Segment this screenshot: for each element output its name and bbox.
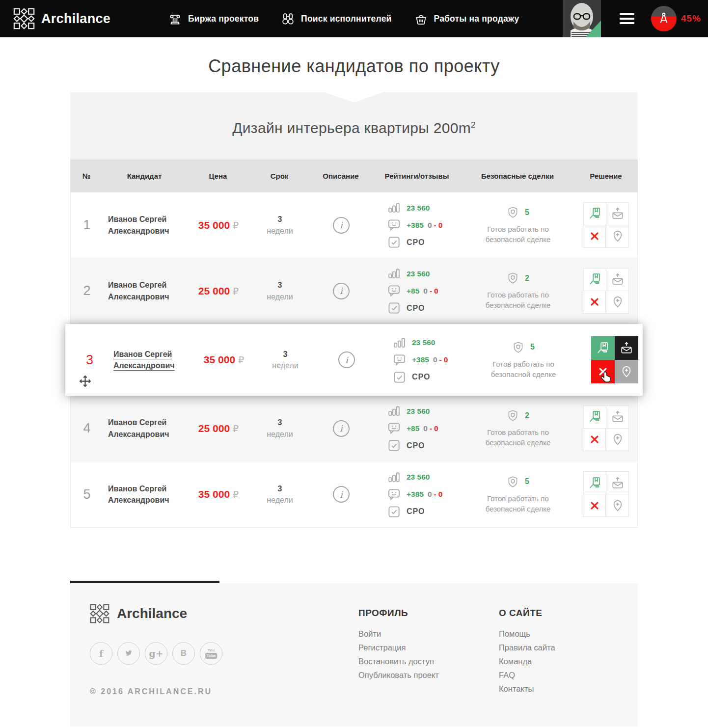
votes-positive: +85 <box>407 287 419 295</box>
add-location-button[interactable] <box>606 225 629 248</box>
reject-button[interactable] <box>583 494 606 517</box>
send-message-button[interactable] <box>606 268 629 291</box>
candidate-name-link[interactable]: Иванов Сергей Александрович <box>113 349 192 371</box>
votes-negative: 0 <box>444 355 448 364</box>
column-icon <box>168 12 182 26</box>
top-navbar: Archilance Биржа проектов Поиск исполнит… <box>0 0 708 37</box>
ratings-cell: 23 560 +3850-0 СРО <box>373 471 462 518</box>
link-site-rules[interactable]: Правила сайта <box>499 643 555 652</box>
reject-button[interactable] <box>583 291 606 314</box>
brand[interactable]: Archilance <box>13 8 110 29</box>
archilance-logo-icon <box>90 604 109 623</box>
header-candidate: Кандидат <box>103 172 186 180</box>
reject-button[interactable] <box>591 360 615 383</box>
checkbox-icon <box>387 236 401 249</box>
hire-button[interactable] <box>583 471 606 494</box>
candidate-name-link[interactable]: Иванов Сергей Александрович <box>108 417 187 439</box>
description-info-button[interactable]: i <box>333 283 350 299</box>
add-location-button[interactable] <box>606 428 629 451</box>
envelope-up-icon <box>611 410 624 423</box>
link-team[interactable]: Команда <box>499 657 532 666</box>
header-term: Срок <box>250 172 309 180</box>
add-location-button[interactable] <box>606 494 629 517</box>
table-row[interactable]: 5 Иванов Сергей Александрович 35 000₽ 3н… <box>71 461 637 527</box>
move-handle-icon[interactable] <box>79 375 92 388</box>
info-icon: i <box>345 355 348 365</box>
shield-icon <box>507 271 519 285</box>
safe-deals-cell: 5 Готов работать по безопасной сделке <box>462 475 574 514</box>
description-info-button[interactable]: i <box>338 351 355 368</box>
link-restore-access[interactable]: Востановить доступ <box>358 657 434 666</box>
cert-label: СРО <box>407 238 425 247</box>
hire-button[interactable] <box>583 268 606 291</box>
table-row-active[interactable]: 3 Иванов Сергей Александрович 35 000₽ 3н… <box>65 324 643 396</box>
ratings-cell: 23 560 +850-0 СРО <box>373 267 462 315</box>
profile-progress[interactable]: 45% <box>651 6 701 31</box>
table-row[interactable]: 4 Иванов Сергей Александрович 25 000₽ 3н… <box>71 396 637 461</box>
deals-note: Готов работать по безопасной сделке <box>476 290 560 310</box>
link-publish-project[interactable]: Опубликовать проект <box>358 671 439 679</box>
list-item: Команда <box>499 657 638 666</box>
table-row[interactable]: 1 Иванов Сергей Александрович 35 000₽ 3н… <box>71 192 637 258</box>
hamburger-menu-icon[interactable] <box>620 13 634 24</box>
bar-chart-icon <box>387 404 401 418</box>
candidate-name-link[interactable]: Иванов Сергей Александрович <box>108 214 187 236</box>
envelope-up-icon <box>611 273 624 286</box>
about-column-title: О САЙТЕ <box>499 604 638 619</box>
user-avatar[interactable] <box>563 0 601 37</box>
currency-symbol: ₽ <box>233 220 239 231</box>
send-message-button[interactable] <box>606 202 629 225</box>
youtube-button[interactable]: YouTube <box>200 642 222 665</box>
footer-brand[interactable]: Archilance <box>90 604 358 623</box>
link-help[interactable]: Помощь <box>499 629 530 638</box>
row-number: 1 <box>71 217 103 233</box>
bar-chart-icon <box>387 267 401 280</box>
table-row[interactable]: 2 Иванов Сергей Александрович 25 000₽ 3н… <box>71 258 637 324</box>
google-plus-button[interactable]: g+ <box>145 642 167 665</box>
add-location-button[interactable] <box>615 360 638 383</box>
link-login[interactable]: Войти <box>358 629 381 638</box>
compass-progress-icon <box>651 6 677 31</box>
description-info-button[interactable]: i <box>333 217 350 234</box>
google-plus-icon: g+ <box>149 648 163 659</box>
safe-deals-cell: 2 Готов работать по безопасной сделке <box>462 409 574 448</box>
votes-neutral: 0 <box>423 424 428 432</box>
link-register[interactable]: Регистрация <box>358 643 406 652</box>
views-count: 23 560 <box>407 204 430 213</box>
hire-button[interactable] <box>583 405 606 429</box>
vk-button[interactable]: B <box>172 642 195 665</box>
description-info-button[interactable]: i <box>333 486 350 503</box>
candidate-name-link[interactable]: Иванов Сергей Александрович <box>108 483 187 506</box>
ratings-cell: 23 560 +850-0 СРО <box>373 404 462 452</box>
link-faq[interactable]: FAQ <box>499 671 515 679</box>
reject-button[interactable] <box>583 225 606 248</box>
envelope-up-icon <box>611 207 624 220</box>
hire-button[interactable] <box>591 336 615 360</box>
send-message-button[interactable] <box>606 405 629 429</box>
header-description: Описание <box>309 172 373 180</box>
term-value: 3 <box>278 279 282 291</box>
table-header-row: № Кандидат Цена Срок Описание Рейтинги/о… <box>70 160 638 192</box>
link-contacts[interactable]: Контакты <box>499 684 534 693</box>
candidate-name-link[interactable]: Иванов Сергей Александрович <box>108 279 187 302</box>
add-location-button[interactable] <box>606 291 629 314</box>
menu-item-projects-exchange[interactable]: Биржа проектов <box>168 12 259 26</box>
page-title: Сравнение кандидатов по проекту <box>70 56 638 77</box>
footer-about-column: О САЙТЕ Помощь Правила сайта Команда FAQ… <box>499 604 638 698</box>
term-value: 3 <box>278 483 282 494</box>
info-icon: i <box>340 489 343 500</box>
twitter-button[interactable] <box>117 642 140 665</box>
send-message-button[interactable] <box>606 471 629 494</box>
menu-item-find-performers[interactable]: Поиск исполнителей <box>281 12 391 26</box>
checkbox-icon <box>387 439 401 452</box>
ratings-cell: 23 560 +3850-0 СРО <box>373 201 462 249</box>
list-item: Регистрация <box>358 643 499 652</box>
description-info-button[interactable]: i <box>333 420 350 437</box>
hire-button[interactable] <box>583 202 606 225</box>
facebook-button[interactable]: f <box>90 642 112 665</box>
votes-positive: +385 <box>412 355 429 364</box>
reject-button[interactable] <box>583 428 606 451</box>
menu-item-works-for-sale[interactable]: Работы на продажу <box>414 12 519 26</box>
ratings-cell: 23 560 +3850-0 СРО <box>379 336 467 384</box>
send-message-button[interactable] <box>615 336 638 360</box>
